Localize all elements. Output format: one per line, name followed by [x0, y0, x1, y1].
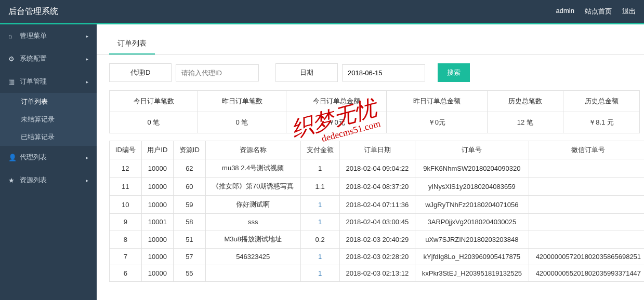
table-row: 6100005512018-02-03 02:13:12kxPkr3StEJ_H…: [110, 265, 645, 282]
cell: [529, 178, 644, 196]
cell: 58: [174, 214, 206, 230]
cell: 1: [300, 214, 339, 230]
table-row: 91000158sss12018-02-04 03:00:453ARP0jjxV…: [110, 214, 645, 230]
cell: wJgRyTNhFz20180204071056: [415, 196, 529, 214]
cell: 8: [110, 230, 142, 249]
stats-header: 历史总金额: [563, 91, 640, 112]
cell: 55: [174, 265, 206, 282]
cell: 1: [300, 249, 339, 265]
cell: [529, 214, 644, 230]
header: 后台管理系统 admin 站点首页 退出: [0, 0, 644, 23]
column-header: 微信订单号: [529, 141, 644, 159]
cell: 《推女郎》第70期诱惑写真: [205, 178, 300, 196]
cell: 2018-02-04 09:04:22: [339, 159, 415, 178]
table-row: 7100005754632342512018-02-03 02:28:20kYj…: [110, 249, 645, 265]
cell: kxPkr3StEJ_H203951819132525: [415, 265, 529, 282]
cell: 546323425: [205, 249, 300, 265]
stats-value: ￥8.1 元: [563, 112, 640, 133]
cell: 1.1: [300, 178, 339, 196]
cell: yINysXiS1y20180204083659: [415, 178, 529, 196]
sidebar-item-label: 代理列表: [20, 153, 47, 162]
cell: 1: [300, 265, 339, 282]
main-content: 订单列表 代理ID 日期 搜索 今日订单笔数昨日订单笔数今日订单总金额昨日订单总…: [97, 24, 644, 300]
table-row: 81000051M3u8播放测试地址0.22018-02-03 20:40:29…: [110, 230, 645, 249]
column-header: 资源ID: [174, 141, 206, 159]
user-link[interactable]: admin: [556, 7, 574, 16]
column-header: 用户ID: [141, 141, 174, 159]
submenu-item[interactable]: 未结算记录: [0, 111, 97, 128]
app-title: 后台管理系统: [8, 6, 58, 17]
stats-value: ￥0元: [387, 112, 487, 133]
chevron-right-icon: ▸: [86, 178, 88, 183]
sidebar: ⌂管理菜单▸⚙系统配置▸▥订单管理▸订单列表未结算记录已结算记录👤代理列表▸★资…: [0, 24, 97, 300]
agent-id-label: 代理ID: [109, 63, 172, 82]
cell: 2018-02-04 03:00:45: [339, 214, 415, 230]
cell: 2018-02-04 08:37:20: [339, 178, 415, 196]
chevron-right-icon: ▸: [86, 56, 88, 62]
filter-row: 代理ID 日期 搜索: [97, 55, 644, 90]
submenu-item[interactable]: 订单列表: [0, 93, 97, 111]
cell: M3u8播放测试地址: [205, 230, 300, 249]
cell: 10: [110, 196, 142, 214]
cell: 10000: [141, 249, 174, 265]
cell: 10000: [141, 178, 174, 196]
search-button[interactable]: 搜索: [438, 63, 470, 82]
cell: 10000: [141, 196, 174, 214]
cell: 10000: [141, 230, 174, 249]
cell: 62: [174, 159, 206, 178]
cell: 1: [300, 159, 339, 178]
star-icon: ★: [8, 176, 16, 184]
sidebar-item-label: 系统配置: [20, 54, 47, 63]
cell: [205, 265, 300, 282]
stats-table: 今日订单笔数昨日订单笔数今日订单总金额昨日订单总金额历史总笔数历史总金额 0 笔…: [109, 90, 640, 133]
cell: 51: [174, 230, 206, 249]
cell: 0.2: [300, 230, 339, 249]
sidebar-item-star[interactable]: ★资源列表▸: [0, 169, 97, 192]
sidebar-item-chart[interactable]: ▥订单管理▸: [0, 70, 97, 93]
sidebar-item-label: 订单管理: [20, 77, 47, 86]
logout-link[interactable]: 退出: [622, 7, 636, 16]
sidebar-item-label: 管理菜单: [20, 31, 47, 40]
date-input[interactable]: [342, 64, 425, 81]
cell: 12: [110, 159, 142, 178]
column-header: 资源名称: [205, 141, 300, 159]
cell: mu38 2.4号测试视频: [205, 159, 300, 178]
cell: 7: [110, 249, 142, 265]
sidebar-item-user[interactable]: 👤代理列表▸: [0, 146, 97, 169]
sidebar-item-home[interactable]: ⌂管理菜单▸: [0, 24, 97, 47]
cell: 9kFK6NhmSW20180204090320: [415, 159, 529, 178]
home-icon: ⌂: [8, 32, 16, 40]
cell: kYjfdIg8Lo_H203960905417875: [415, 249, 529, 265]
cell: 6: [110, 265, 142, 282]
cell: 60: [174, 178, 206, 196]
sidebar-item-cogs[interactable]: ⚙系统配置▸: [0, 47, 97, 70]
cell: 59: [174, 196, 206, 214]
submenu-item[interactable]: 已结算记录: [0, 128, 97, 146]
home-link[interactable]: 站点首页: [585, 7, 612, 16]
cell: 11: [110, 178, 142, 196]
stats-header: 昨日订单总金额: [387, 91, 487, 112]
cell: 57: [174, 249, 206, 265]
cell: 4200000055201802035993371447: [529, 265, 644, 282]
orders-table: ID编号用户ID资源ID资源名称支付金额订单日期订单号微信订单号 1210000…: [109, 141, 644, 282]
stats-value: 12 笔: [487, 112, 563, 133]
agent-id-input[interactable]: [176, 64, 259, 81]
stats-value: 0 笔: [198, 112, 286, 133]
cell: 你好测试啊: [205, 196, 300, 214]
user-icon: 👤: [8, 154, 16, 161]
cell: uXw7SJRZIN20180203203848: [415, 230, 529, 249]
cell: 10001: [141, 214, 174, 230]
cell: 2018-02-03 02:13:12: [339, 265, 415, 282]
table-row: 121000062mu38 2.4号测试视频12018-02-04 09:04:…: [110, 159, 645, 178]
table-row: 101000059你好测试啊12018-02-04 07:11:36wJgRyT…: [110, 196, 645, 214]
column-header: 订单号: [415, 141, 529, 159]
stats-header: 今日订单笔数: [110, 91, 198, 112]
cell: 1: [300, 196, 339, 214]
cell: 3ARP0jjxVg20180204030025: [415, 214, 529, 230]
chevron-right-icon: ▸: [86, 33, 88, 39]
tab-orders[interactable]: 订单列表: [109, 34, 155, 54]
cell: [529, 159, 644, 178]
chevron-right-icon: ▸: [86, 79, 88, 85]
cell: [529, 196, 644, 214]
cell: 9: [110, 214, 142, 230]
